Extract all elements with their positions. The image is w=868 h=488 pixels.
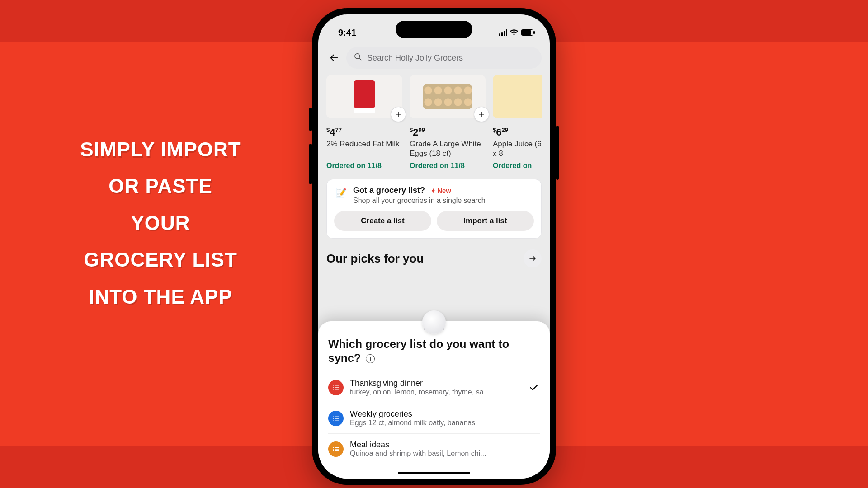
touch-indicator — [422, 310, 446, 334]
search-input[interactable]: Search Holly Jolly Grocers — [346, 47, 542, 69]
list-icon — [328, 380, 344, 395]
volume-down-button — [309, 144, 312, 184]
product-thumb: + — [326, 75, 402, 118]
list-icon: 📝 — [334, 186, 348, 199]
product-thumb — [493, 75, 542, 118]
product-card[interactable]: + $477 2% Reduced Fat Milk Ordered on 11… — [326, 75, 402, 170]
info-icon[interactable]: i — [366, 354, 375, 363]
picks-heading: Our picks for you — [326, 252, 424, 266]
list-desc: Eggs 12 ct, almond milk oatly, bananas — [350, 419, 540, 427]
list-desc: turkey, onion, lemon, rosemary, thyme, s… — [350, 388, 522, 396]
product-price: $477 — [326, 127, 402, 138]
list-icon — [328, 441, 344, 457]
product-ordered-label: Ordered on 11/8 — [410, 162, 486, 170]
list-option[interactable]: Weekly groceries Eggs 12 ct, almond milk… — [328, 403, 540, 434]
product-card[interactable]: $629 Apple Juice (6.75 fl oz x 8 Ordered… — [493, 75, 542, 170]
sync-list-sheet: Which grocery list do you want to sync? … — [318, 321, 550, 479]
product-ordered-label: Ordered on — [493, 162, 542, 170]
marketing-headline: SIMPLY IMPORTOR PASTEYOURGROCERY LISTINT… — [63, 131, 258, 315]
product-price: $629 — [493, 127, 542, 138]
picks-forward-button[interactable] — [524, 249, 542, 267]
signal-icon — [499, 29, 507, 36]
power-button — [556, 126, 559, 180]
create-list-button[interactable]: Create a list — [334, 211, 431, 231]
product-name: Apple Juice (6.75 fl oz x 8 — [493, 139, 542, 159]
product-price: $299 — [410, 127, 486, 138]
list-option[interactable]: Thanksgiving dinner turkey, onion, lemon… — [328, 372, 540, 403]
phone-frame: 9:41 — [312, 8, 556, 485]
product-carousel[interactable]: + $477 2% Reduced Fat Milk Ordered on 11… — [326, 75, 542, 170]
product-card[interactable]: + $299 Grade A Large White Eggs (18 ct) … — [410, 75, 486, 170]
add-to-cart-button[interactable]: + — [391, 107, 406, 122]
product-thumb: + — [410, 75, 486, 118]
product-name: 2% Reduced Fat Milk — [326, 139, 402, 159]
list-option[interactable]: Meal ideas Quinoa and shrimp with basil,… — [328, 434, 540, 464]
list-icon — [328, 411, 344, 426]
check-icon — [528, 382, 540, 394]
status-time: 9:41 — [338, 28, 356, 38]
sheet-title: Which grocery list do you want to sync? — [328, 338, 509, 364]
product-name: Grade A Large White Eggs (18 ct) — [410, 139, 486, 159]
phone-screen: 9:41 — [318, 14, 550, 479]
volume-up-button — [309, 108, 312, 131]
list-desc: Quinoa and shrimp with basil, Lemon chi.… — [350, 450, 540, 458]
back-button[interactable] — [326, 50, 342, 66]
battery-icon — [521, 29, 533, 36]
list-name: Thanksgiving dinner — [350, 379, 522, 388]
list-name: Weekly groceries — [350, 409, 540, 419]
dynamic-island — [396, 21, 472, 38]
new-badge: New — [431, 187, 451, 194]
add-to-cart-button[interactable]: + — [474, 107, 489, 122]
home-indicator[interactable] — [398, 472, 470, 474]
svg-point-0 — [355, 53, 360, 58]
banner-subtitle: Shop all your groceries in a single sear… — [353, 197, 486, 205]
import-list-button[interactable]: Import a list — [437, 211, 534, 231]
list-name: Meal ideas — [350, 440, 540, 450]
product-ordered-label: Ordered on 11/8 — [326, 162, 402, 170]
search-icon — [354, 52, 363, 64]
wifi-icon — [510, 28, 518, 38]
grocery-list-banner: 📝 Got a grocery list? New Shop all your … — [326, 179, 542, 239]
search-placeholder: Search Holly Jolly Grocers — [367, 53, 463, 63]
banner-title: Got a grocery list? — [353, 186, 425, 195]
